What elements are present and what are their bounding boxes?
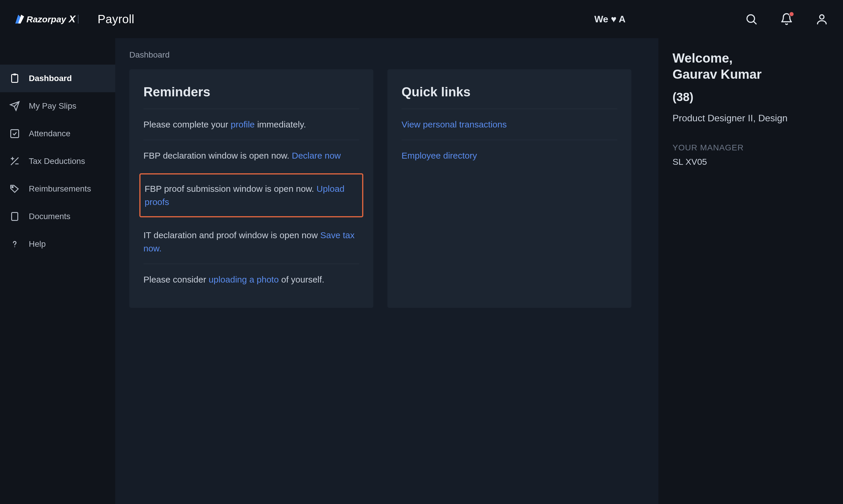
sidebar: Dashboard My Pay Slips Attendance Tax De… [0, 38, 115, 504]
reminder-text: FBP declaration window is open now. [143, 151, 292, 160]
quicklink-row: Employee directory [402, 140, 617, 171]
upload-photo-link[interactable]: uploading a photo [209, 275, 279, 284]
svg-rect-9 [14, 74, 16, 75]
quicklinks-card: Quick links View personal transactions E… [387, 69, 631, 308]
breadcrumb: Dashboard [129, 49, 644, 61]
svg-rect-8 [12, 75, 18, 83]
reminder-text: Please complete your [143, 120, 231, 129]
send-icon [9, 100, 21, 112]
notification-dot-icon [789, 12, 794, 17]
svg-point-7 [820, 15, 824, 19]
logo[interactable]: Razorpay X Payroll [14, 10, 134, 28]
quicklink-row: View personal transactions [402, 109, 617, 140]
profile-button[interactable] [815, 12, 829, 26]
sidebar-item-label: My Pay Slips [29, 100, 76, 112]
sidebar-item-reimbursements[interactable]: Reimbursements [0, 175, 115, 203]
reminder-text: Please consider [143, 275, 209, 284]
reminders-title: Reminders [143, 82, 359, 102]
manager-name: SL XV05 [672, 155, 829, 168]
view-transactions-link[interactable]: View personal transactions [402, 120, 507, 129]
svg-text:X: X [68, 13, 76, 24]
profile-role: Product Designer II, Design [672, 111, 829, 125]
search-button[interactable] [744, 12, 758, 26]
profile-welcome: Welcome, Gaurav Kumar [672, 50, 829, 82]
header-heart-text: We ♥ A [594, 12, 626, 26]
svg-line-6 [754, 21, 756, 24]
reminder-row-it-declaration: IT declaration and proof window is open … [143, 220, 359, 264]
notifications-button[interactable] [779, 12, 794, 26]
sidebar-item-payslips[interactable]: My Pay Slips [0, 92, 115, 120]
reminder-text: of yourself. [279, 275, 324, 284]
user-icon [815, 13, 828, 25]
sidebar-item-help[interactable]: Help [0, 230, 115, 258]
logo-payroll-text: Payroll [98, 10, 134, 28]
svg-point-17 [14, 247, 15, 247]
reminder-text: IT declaration and proof window is open … [143, 230, 320, 240]
reminder-row-photo: Please consider uploading a photo of you… [143, 264, 359, 295]
tag-icon [9, 183, 21, 195]
sidebar-item-tax-deductions[interactable]: Tax Deductions [0, 147, 115, 175]
sidebar-item-documents[interactable]: Documents [0, 203, 115, 230]
reminders-card: Reminders Please complete your profile i… [129, 69, 373, 308]
svg-text:Razorpay: Razorpay [27, 14, 67, 24]
employee-directory-link[interactable]: Employee directory [402, 151, 477, 160]
check-square-icon [9, 128, 21, 140]
sidebar-item-label: Help [29, 238, 46, 250]
profile-panel: Welcome, Gaurav Kumar (38) Product Desig… [658, 38, 843, 504]
reminder-row-profile: Please complete your profile immediately… [143, 109, 359, 140]
reminder-text: FBP proof submission window is open now. [145, 184, 317, 194]
profile-link[interactable]: profile [231, 120, 255, 129]
reminder-text: immediately. [255, 120, 306, 129]
reminder-row-fbp-proof-highlighted: FBP proof submission window is open now.… [139, 173, 363, 217]
sidebar-item-dashboard[interactable]: Dashboard [0, 65, 115, 92]
sidebar-item-attendance[interactable]: Attendance [0, 120, 115, 147]
sidebar-item-label: Attendance [29, 127, 71, 140]
file-icon [9, 211, 21, 222]
declare-now-link[interactable]: Declare now [292, 151, 341, 160]
svg-rect-16 [12, 213, 18, 220]
main-content: Dashboard Reminders Please complete your… [115, 38, 658, 504]
welcome-label: Welcome, [672, 51, 733, 65]
help-icon [9, 238, 21, 250]
search-icon [745, 13, 758, 25]
sidebar-item-label: Tax Deductions [29, 155, 85, 167]
reminder-row-fbp-declare: FBP declaration window is open now. Decl… [143, 140, 359, 171]
profile-name: Gaurav Kumar [672, 67, 761, 82]
svg-rect-10 [11, 130, 19, 138]
clipboard-icon [9, 73, 21, 84]
sidebar-item-label: Documents [29, 210, 71, 223]
svg-point-15 [12, 186, 13, 188]
plus-minus-icon [9, 155, 21, 167]
sidebar-item-label: Dashboard [29, 72, 72, 85]
quicklinks-title: Quick links [402, 82, 617, 102]
razorpayx-logo-icon: Razorpay X [14, 12, 93, 26]
app-header: Razorpay X Payroll We ♥ A [0, 0, 843, 38]
profile-id: (38) [672, 88, 829, 106]
sidebar-item-label: Reimbursements [29, 183, 91, 195]
manager-label: YOUR MANAGER [672, 142, 829, 154]
